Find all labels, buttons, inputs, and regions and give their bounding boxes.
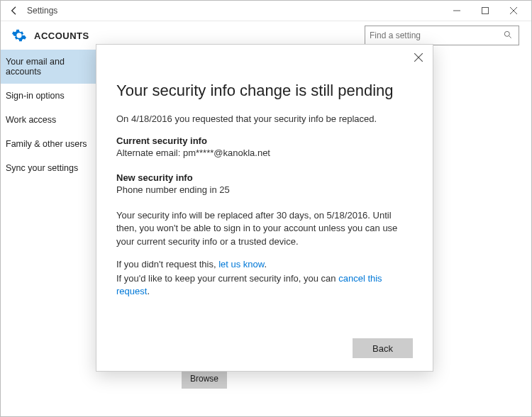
browse-button[interactable]: Browse	[182, 369, 227, 389]
back-button[interactable]	[4, 1, 24, 21]
sidebar-item-email-accounts[interactable]: Your email and accounts	[0, 50, 96, 84]
svg-rect-1	[482, 7, 489, 13]
search-input[interactable]	[370, 30, 503, 40]
titlebar: Settings	[0, 0, 532, 21]
dialog-intro: On 4/18/2016 you requested that your sec…	[116, 113, 413, 126]
sidebar: Your email and accounts Sign-in options …	[0, 50, 96, 417]
not-request-suffix: .	[264, 259, 267, 269]
not-request-line: If you didn't request this, let us know.	[116, 258, 413, 271]
sidebar-item-family-users[interactable]: Family & other users	[0, 132, 96, 156]
keep-suffix: .	[147, 286, 150, 296]
not-request-prefix: If you didn't request this,	[116, 259, 218, 269]
close-dialog-button[interactable]	[410, 49, 427, 66]
new-info-value: Phone number ending in 25	[116, 184, 413, 195]
sidebar-item-signin-options[interactable]: Sign-in options	[0, 84, 96, 108]
dialog-title: Your security info change is still pendi…	[116, 82, 413, 100]
svg-line-5	[509, 36, 511, 38]
new-info-label: New security info	[116, 172, 413, 183]
sidebar-item-sync-settings[interactable]: Sync your settings	[0, 156, 96, 180]
security-info-dialog: Your security info change is still pendi…	[96, 44, 433, 372]
keep-line: If you'd like to keep your current secur…	[116, 272, 413, 298]
section-title: ACCOUNTS	[34, 30, 89, 41]
current-info-value: Alternate email: pm*****@kanokla.net	[116, 148, 413, 158]
search-box[interactable]	[365, 26, 519, 45]
maximize-button[interactable]	[471, 1, 499, 21]
back-button-dialog[interactable]: Back	[353, 338, 413, 358]
svg-point-4	[504, 31, 509, 36]
current-info-label: Current security info	[116, 135, 413, 146]
minimize-button[interactable]	[443, 1, 471, 21]
dialog-notice: Your security info will be replaced afte…	[116, 209, 413, 248]
keep-prefix: If you'd like to keep your current secur…	[116, 273, 338, 284]
gear-icon	[11, 28, 27, 43]
let-us-know-link[interactable]: let us know	[218, 259, 264, 269]
close-window-button[interactable]	[499, 1, 528, 21]
search-icon	[503, 30, 514, 41]
window-title: Settings	[27, 6, 57, 16]
sidebar-item-work-access[interactable]: Work access	[0, 108, 96, 132]
